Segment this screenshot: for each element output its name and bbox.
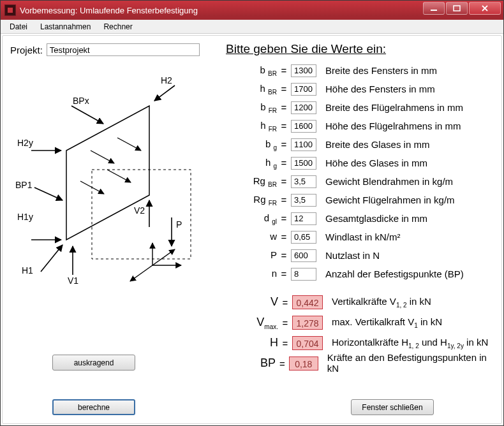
svg-line-18 <box>152 249 175 265</box>
minimize-button[interactable] <box>423 2 445 15</box>
menu-datei[interactable]: Datei <box>3 21 34 33</box>
value-input[interactable] <box>291 101 316 114</box>
svg-line-7 <box>107 170 131 182</box>
input-row: d gl=Gesamtglasdicke in mm <box>226 209 493 228</box>
input-description: Breite des Glases in mm <box>325 139 429 150</box>
titlebar[interactable]: Vorbemessung: Umlaufende Fensterbefestig… <box>1 1 503 20</box>
label-V2: V2 <box>134 205 145 216</box>
equals-sign: = <box>277 195 291 205</box>
equals-sign: = <box>277 84 291 94</box>
projekt-row: Projekt: <box>10 43 200 56</box>
input-symbol: b FR <box>226 101 277 114</box>
input-row: Rg BR=Gewicht Blendrahmen in kg/m <box>226 172 493 191</box>
result-value: 0,704 <box>292 336 323 350</box>
result-row: H=0,704Horizontalkräfte H1, 2 und H1y, 2… <box>226 333 493 353</box>
value-input[interactable] <box>291 120 316 133</box>
svg-marker-3 <box>66 106 149 240</box>
input-symbol: P <box>226 249 277 262</box>
close-icon <box>481 5 489 11</box>
label-P: P <box>176 219 182 230</box>
label-H1: H1 <box>22 265 33 275</box>
input-symbol: b g <box>226 138 277 151</box>
close-button[interactable] <box>469 2 501 15</box>
svg-line-20 <box>130 265 152 281</box>
value-input[interactable] <box>291 212 316 225</box>
result-row: Vmax.=1,278max. Vertikalkraft V1 in kN <box>226 312 493 333</box>
result-description: Horizontalkräfte H1, 2 und H1y, 2y in kN <box>332 337 488 349</box>
input-symbol: h g <box>226 157 277 170</box>
input-description: Gewicht Flügelrahmen in kg/m <box>325 195 455 205</box>
result-row: V=0,442Vertikalkräfte V1, 2 in kN <box>226 292 493 312</box>
input-panel: Bitte geben Sie die Werte ein: b BR=Brei… <box>226 42 493 374</box>
input-row: h g=Höhe des Glases in mm <box>226 154 493 172</box>
input-description: Gesamtglasdicke in mm <box>325 213 427 224</box>
label-BP1: BP1 <box>15 180 32 190</box>
projekt-input[interactable] <box>47 43 200 56</box>
equals-sign: = <box>277 213 291 224</box>
input-description: Breite des Fensters in mm <box>325 65 437 76</box>
input-row: n =Anzahl der Befestigspunkte (BP) <box>226 265 493 283</box>
svg-line-12 <box>154 85 175 101</box>
result-description: Vertikalkräfte V1, 2 in kN <box>332 296 431 309</box>
equals-sign: = <box>276 358 289 369</box>
input-row: h FR=Höhe des Flügelrahmens in mm <box>226 117 493 135</box>
input-row: h BR=Höhe des Fensters in mm <box>226 80 493 98</box>
equals-sign: = <box>277 250 291 261</box>
result-description: max. Vertikalkraft V1 in kN <box>332 316 442 329</box>
input-description: Gewicht Blendrahmen in kg/m <box>325 176 453 187</box>
value-input[interactable] <box>291 249 316 262</box>
input-description: Höhe des Glases in mm <box>325 158 427 168</box>
auskragend-button[interactable]: auskragend <box>52 355 135 371</box>
equals-sign: = <box>277 176 291 187</box>
menu-lastannahmen[interactable]: Lastannahmen <box>34 21 97 33</box>
label-H1y: H1y <box>17 212 33 222</box>
fenster-schliessen-button[interactable]: Fenster schließen <box>351 399 434 415</box>
content-pane: Projekt: <box>2 35 502 424</box>
equals-sign: = <box>277 268 291 279</box>
input-row: b BR=Breite des Fensters in mm <box>226 61 493 80</box>
maximize-button[interactable] <box>446 2 468 15</box>
window-title: Vorbemessung: Umlaufende Fensterbefestig… <box>20 6 422 15</box>
result-description: Kräfte an den Befestigungspunkten in kN <box>327 352 493 376</box>
svg-rect-0 <box>431 10 437 11</box>
equals-sign: = <box>277 102 291 113</box>
app-window: Vorbemessung: Umlaufende Fensterbefestig… <box>0 0 504 426</box>
value-input[interactable] <box>291 64 316 77</box>
value-input[interactable] <box>291 83 316 96</box>
input-description: Breite des Flügelrahmens in mm <box>325 102 463 113</box>
result-value: 1,278 <box>292 316 323 330</box>
input-row: b g=Breite des Glases in mm <box>226 135 493 154</box>
input-row: b FR=Breite des Flügelrahmens in mm <box>226 98 493 117</box>
input-row: w =Windlast in kN/m² <box>226 228 493 246</box>
force-diagram: BPx H2 H2y BP1 H1y H1 V1 V2 P <box>15 74 200 284</box>
value-input[interactable] <box>291 268 316 281</box>
input-symbol: d gl <box>226 212 277 225</box>
minimize-icon <box>430 5 438 11</box>
value-input[interactable] <box>291 175 316 188</box>
input-description: Nutzlast in N <box>325 250 380 261</box>
value-input[interactable] <box>291 157 316 170</box>
result-value: 0,18 <box>289 356 318 371</box>
svg-line-8 <box>71 106 103 124</box>
value-input[interactable] <box>291 231 316 244</box>
input-description: Windlast in kN/m² <box>325 231 401 242</box>
equals-sign: = <box>278 338 292 349</box>
value-input[interactable] <box>291 138 316 151</box>
app-icon <box>4 4 16 16</box>
equals-sign: = <box>277 139 291 150</box>
prompt-heading: Bitte geben Sie die Werte ein: <box>226 42 386 56</box>
input-description: Höhe des Flügelrahmens in mm <box>325 121 461 131</box>
label-H2y: H2y <box>17 138 33 148</box>
input-symbol: b BR <box>226 64 277 77</box>
berechne-button[interactable]: berechne <box>52 399 135 415</box>
value-input[interactable] <box>291 194 316 207</box>
svg-line-4 <box>91 151 114 163</box>
result-row: BP=0,18Kräfte an den Befestigungspunkten… <box>226 353 493 374</box>
input-row: Rg FR=Gewicht Flügelrahmen in kg/m <box>226 191 493 209</box>
menubar: Datei Lastannahmen Rechner <box>1 20 503 34</box>
label-BPx: BPx <box>73 96 89 106</box>
result-value: 0,442 <box>292 295 323 309</box>
svg-line-9 <box>34 187 63 200</box>
menu-rechner[interactable]: Rechner <box>97 21 138 33</box>
maximize-icon <box>453 5 461 11</box>
